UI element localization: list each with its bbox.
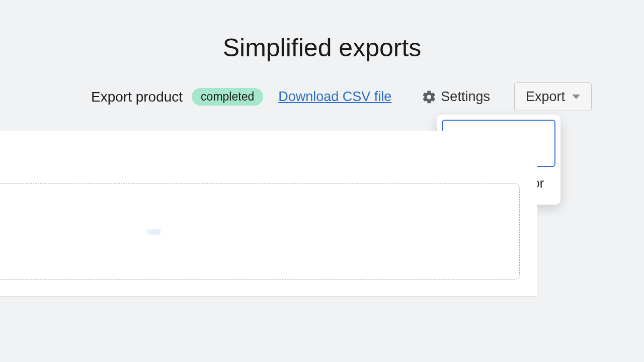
- dashed-upload-area[interactable]: [0, 183, 520, 280]
- download-csv-link[interactable]: Download CSV file: [278, 89, 391, 105]
- export-button[interactable]: Export: [514, 82, 592, 111]
- export-button-label: Export: [526, 89, 565, 105]
- chevron-down-icon: [572, 95, 580, 99]
- settings-label: Settings: [441, 89, 490, 105]
- status-badge: completed: [192, 88, 263, 106]
- gear-icon: [422, 89, 437, 105]
- toolbar: Export product completed Download CSV fi…: [0, 82, 644, 111]
- export-product-label: Export product: [91, 89, 183, 105]
- page-title: Simplified exports: [0, 0, 644, 82]
- settings-button[interactable]: Settings: [422, 89, 490, 105]
- placeholder-pill: [147, 229, 161, 235]
